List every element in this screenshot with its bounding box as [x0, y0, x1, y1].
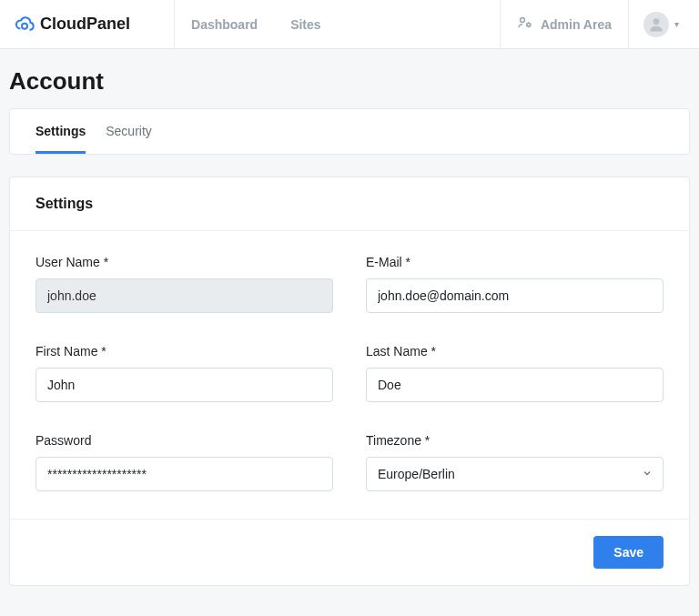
svg-point-1 [521, 18, 525, 23]
field-timezone: Timezone * Europe/Berlin [366, 433, 664, 491]
users-gear-icon [517, 15, 533, 34]
settings-panel: Settings User Name * E-Mail * First Name… [9, 177, 690, 586]
field-email: E-Mail * [366, 255, 664, 313]
brand-name: CloudPanel [40, 15, 130, 34]
panel-title: Settings [35, 196, 664, 212]
field-firstname: First Name * [35, 344, 333, 402]
svg-point-3 [653, 18, 660, 25]
account-tabs: Settings Security [10, 109, 689, 154]
nav-dashboard[interactable]: Dashboard [175, 0, 274, 49]
settings-form: User Name * E-Mail * First Name * Last N… [35, 255, 664, 491]
label-lastname: Last Name * [366, 344, 664, 358]
label-firstname: First Name * [35, 344, 333, 358]
chevron-down-icon: ▾ [674, 19, 679, 29]
page-content: Account Settings Security Settings User … [0, 49, 699, 616]
admin-area-link[interactable]: Admin Area [500, 0, 628, 49]
input-lastname[interactable] [366, 368, 664, 402]
admin-area-label: Admin Area [541, 17, 612, 32]
svg-point-0 [22, 23, 27, 28]
input-password[interactable] [35, 457, 333, 491]
label-username: User Name * [35, 255, 333, 269]
main-nav: Dashboard Sites [175, 0, 500, 49]
input-firstname[interactable] [35, 368, 333, 402]
tabs-card: Settings Security [9, 108, 690, 155]
svg-point-2 [527, 23, 531, 26]
panel-header: Settings [10, 177, 689, 231]
app-header: CloudPanel Dashboard Sites Admin Area ▾ [0, 0, 699, 49]
label-email: E-Mail * [366, 255, 664, 269]
select-timezone[interactable]: Europe/Berlin [366, 457, 664, 491]
page-title: Account [9, 67, 690, 96]
cloud-icon [15, 15, 35, 35]
brand-logo[interactable]: CloudPanel [11, 15, 174, 35]
tab-security[interactable]: Security [106, 109, 152, 154]
save-button[interactable]: Save [593, 536, 664, 569]
user-menu[interactable]: ▾ [628, 0, 688, 49]
field-username: User Name * [35, 255, 333, 313]
field-lastname: Last Name * [366, 344, 664, 402]
label-password: Password [35, 433, 333, 448]
label-timezone: Timezone * [366, 433, 664, 448]
field-password: Password [35, 433, 333, 491]
panel-footer: Save [10, 519, 689, 585]
tab-settings[interactable]: Settings [35, 109, 86, 154]
panel-body: User Name * E-Mail * First Name * Last N… [10, 231, 689, 519]
input-email[interactable] [366, 278, 664, 313]
input-username [35, 278, 333, 313]
avatar [643, 12, 669, 37]
nav-sites[interactable]: Sites [274, 0, 337, 49]
